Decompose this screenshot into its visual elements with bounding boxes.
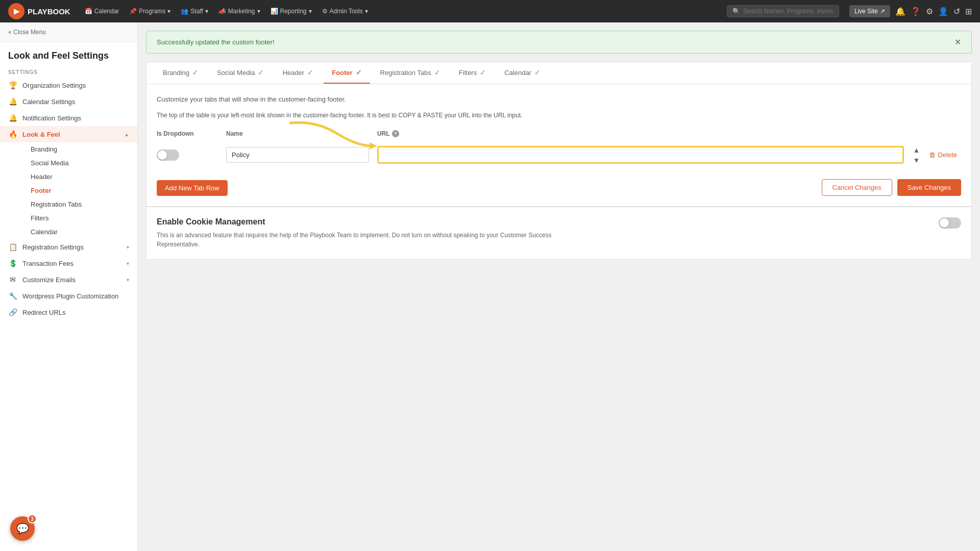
look-feel-submenu: Branding Social Media Header Footer Regi…	[0, 142, 137, 239]
banner-close-button[interactable]: ✕	[954, 37, 961, 47]
grid-icon[interactable]: ⊞	[965, 7, 972, 16]
nav-marketing[interactable]: 📣 Marketing ▾	[214, 6, 264, 17]
cookie-description: This is an advanced feature that require…	[157, 231, 565, 249]
notifications-icon[interactable]: 🔔	[895, 7, 905, 16]
check-icon: ✓	[307, 68, 313, 77]
submenu-calendar[interactable]: Calendar	[22, 225, 137, 239]
save-changes-button[interactable]: Save Changes	[897, 179, 961, 196]
success-message: Successfully updated the custom footer!	[157, 38, 275, 46]
submenu-branding[interactable]: Branding	[22, 142, 137, 156]
search-bar[interactable]: 🔍	[727, 5, 839, 17]
bell-icon: 🔔	[8, 97, 17, 106]
td-actions: ▲ ▼ 🗑 Delete	[912, 145, 961, 165]
chat-icon: 💬	[16, 522, 29, 535]
logo-icon: ▶	[8, 3, 24, 19]
url-info-icon[interactable]: ?	[392, 130, 399, 137]
sidebar-item-notification-settings[interactable]: 🔔 Notification Settings	[0, 110, 137, 126]
sidebar-item-calendar-settings[interactable]: 🔔 Calendar Settings	[0, 93, 137, 110]
url-input[interactable]	[377, 146, 904, 164]
chevron-down-icon: ▾	[127, 261, 129, 266]
plugin-icon: 🔧	[8, 292, 17, 300]
fire-icon: 🔥	[8, 130, 17, 138]
cookie-header: Enable Cookie Management This is an adva…	[157, 217, 961, 249]
nav-reporting[interactable]: 📊 Reporting ▾	[266, 6, 316, 17]
sidebar-item-redirect-urls[interactable]: 🔗 Redirect URLs	[0, 304, 137, 320]
chevron-down-icon: ▾	[205, 8, 208, 15]
sidebar-section-label: SETTINGS	[0, 65, 137, 77]
chat-badge: 3	[28, 514, 37, 523]
reporting-icon: 📊	[271, 8, 278, 15]
success-banner: Successfully updated the custom footer! …	[146, 31, 972, 54]
check-icon: ✓	[534, 68, 541, 77]
sidebar-item-wordpress-plugin[interactable]: 🔧 Wordpress Plugin Customization	[0, 288, 137, 304]
table-header: Is Dropdown Name URL ?	[157, 130, 961, 141]
move-up-button[interactable]: ▲	[912, 145, 921, 155]
sidebar-item-transaction-fees[interactable]: 💲 Transaction Fees ▾	[0, 255, 137, 271]
td-name	[226, 147, 369, 163]
tab-registration-tabs[interactable]: Registration Tabs ✓	[372, 62, 449, 84]
cancel-changes-button[interactable]: Cancel Changes	[822, 179, 892, 196]
toggle-knob	[158, 151, 167, 160]
table-row: ▲ ▼ 🗑 Delete	[157, 145, 961, 165]
check-icon: ✓	[480, 68, 486, 77]
add-row-button[interactable]: Add New Tab Row	[157, 180, 228, 196]
content-body: Customize your tabs that will show in th…	[146, 84, 971, 206]
nav-programs[interactable]: 📌 Programs ▾	[125, 6, 175, 17]
admin-tools-icon: ⚙	[322, 8, 328, 15]
submenu-social-media[interactable]: Social Media	[22, 156, 137, 170]
cookie-toggle[interactable]	[939, 217, 961, 229]
content-description: Customize your tabs that will show in th…	[157, 94, 961, 105]
tab-filters[interactable]: Filters ✓	[451, 62, 494, 84]
tab-footer[interactable]: Footer ✓	[324, 62, 370, 84]
nav-admin-tools[interactable]: ⚙ Admin Tools ▾	[318, 6, 372, 17]
tab-header[interactable]: Header ✓	[274, 62, 322, 84]
nav-calendar[interactable]: 📅 Calendar	[81, 6, 124, 17]
td-is-dropdown	[157, 149, 218, 161]
move-down-button[interactable]: ▼	[912, 156, 921, 165]
toggle-knob	[940, 218, 949, 228]
check-icon: ✓	[192, 68, 199, 77]
chevron-down-icon: ▾	[167, 8, 170, 15]
close-menu-button[interactable]: « Close Menu	[0, 22, 137, 42]
user-icon[interactable]: 👤	[938, 7, 948, 16]
chevron-down-icon: ▾	[309, 8, 312, 15]
app-name: PLAYBOOK	[28, 7, 70, 16]
cookie-title: Enable Cookie Management	[157, 217, 565, 227]
sidebar-item-customize-emails[interactable]: ✉ Customize Emails ▾	[0, 271, 137, 288]
external-link-icon: ↗	[880, 8, 885, 15]
app-logo[interactable]: ▶ PLAYBOOK	[8, 3, 70, 19]
content-note: The top of the table is your left-most l…	[157, 111, 961, 120]
tab-social-media[interactable]: Social Media ✓	[209, 62, 272, 84]
history-icon[interactable]: ↺	[953, 7, 960, 16]
settings-icon[interactable]: ⚙	[926, 7, 933, 16]
sidebar-item-registration-settings[interactable]: 📋 Registration Settings ▾	[0, 239, 137, 255]
tab-branding[interactable]: Branding ✓	[155, 62, 207, 84]
name-input[interactable]	[226, 147, 369, 163]
chevron-down-icon: ▾	[365, 8, 368, 15]
help-icon[interactable]: ❓	[911, 7, 921, 16]
submenu-footer[interactable]: Footer	[22, 184, 137, 197]
chat-widget[interactable]: 💬 3	[10, 516, 35, 541]
live-site-button[interactable]: Live Site ↗	[849, 5, 890, 17]
delete-button[interactable]: 🗑 Delete	[925, 149, 961, 161]
search-input[interactable]	[743, 8, 834, 15]
submenu-registration-tabs[interactable]: Registration Tabs	[22, 197, 137, 211]
submenu-header[interactable]: Header	[22, 170, 137, 184]
programs-icon: 📌	[129, 8, 137, 15]
cookie-content: Enable Cookie Management This is an adva…	[157, 217, 565, 249]
tab-bar: Branding ✓ Social Media ✓ Header ✓ Foote…	[146, 62, 971, 84]
submenu-filters[interactable]: Filters	[22, 211, 137, 225]
col-header-name: Name	[226, 130, 369, 137]
chevron-down-icon: ▾	[257, 8, 260, 15]
chevron-up-icon: ▲	[124, 132, 129, 137]
check-icon: ✓	[434, 68, 440, 77]
content-card: Branding ✓ Social Media ✓ Header ✓ Foote…	[146, 62, 972, 260]
tab-calendar[interactable]: Calendar ✓	[496, 62, 549, 84]
sidebar-item-look-and-feel[interactable]: 🔥 Look & Feel ▲	[0, 126, 137, 142]
nav-staff[interactable]: 👥 Staff ▾	[177, 6, 212, 17]
sidebar-item-organization-settings[interactable]: 🏆 Organization Settings	[0, 77, 137, 93]
clipboard-icon: 📋	[8, 243, 17, 251]
email-icon: ✉	[8, 276, 17, 284]
is-dropdown-toggle[interactable]	[157, 149, 179, 161]
main-content: Successfully updated the custom footer! …	[138, 22, 980, 551]
